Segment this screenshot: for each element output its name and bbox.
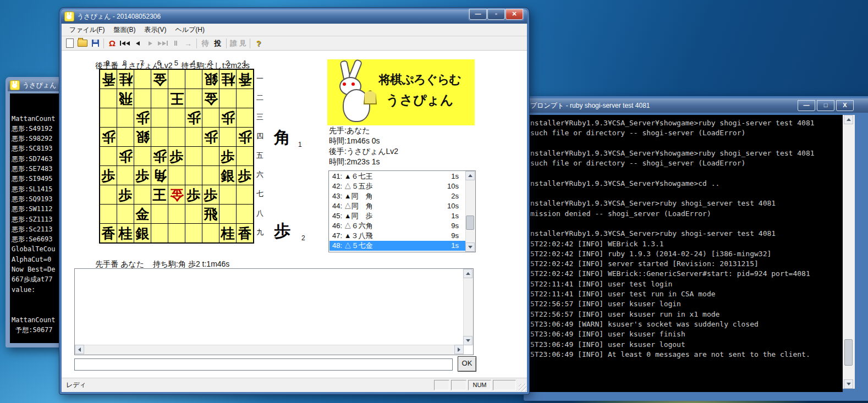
board-cell[interactable]: 銀	[202, 70, 219, 89]
open-file-button[interactable]	[76, 37, 89, 49]
menu-item[interactable]: 表示(V)	[140, 24, 171, 36]
command-input[interactable]	[74, 358, 453, 371]
board-cell[interactable]	[151, 108, 168, 127]
board-cell[interactable]: 歩	[168, 147, 185, 165]
board-cell[interactable]: 王	[168, 89, 185, 108]
board-cell[interactable]: 桂	[219, 224, 236, 242]
board-cell[interactable]	[117, 205, 134, 223]
board-cell[interactable]	[151, 89, 168, 108]
first-move-button[interactable]	[119, 37, 131, 49]
board-cell[interactable]: 歩	[100, 128, 117, 146]
scroll-up-icon[interactable]	[844, 115, 853, 124]
board-cell[interactable]	[100, 205, 117, 223]
message-listbox[interactable]	[74, 268, 474, 355]
ok-button[interactable]: OK	[458, 356, 476, 372]
board-cell[interactable]	[134, 147, 151, 165]
move-row[interactable]: 48: △５七金1s	[329, 241, 465, 251]
board-cell[interactable]	[237, 205, 253, 223]
board-cell[interactable]	[151, 205, 168, 223]
move-list-scrollbar[interactable]	[465, 171, 475, 252]
board-cell[interactable]	[185, 147, 202, 165]
board-cell[interactable]	[134, 89, 151, 108]
maximize-icon[interactable]: ▫	[487, 9, 505, 20]
move-row[interactable]: 47: ▲３八飛9s	[329, 231, 465, 241]
board-cell[interactable]	[202, 166, 219, 185]
board-cell[interactable]: 金	[202, 89, 219, 108]
board-cell[interactable]: 金	[168, 185, 185, 204]
message-hscrollbar[interactable]	[75, 345, 464, 355]
terminal-scrollbar[interactable]	[843, 115, 855, 389]
save-button[interactable]	[89, 37, 101, 49]
board-cell[interactable]: 歩	[219, 147, 236, 165]
board-cell[interactable]	[237, 185, 253, 204]
board-cell[interactable]: 歩	[134, 108, 151, 127]
board-cell[interactable]	[100, 89, 117, 108]
board-cell[interactable]: 歩	[117, 185, 134, 204]
board-cell[interactable]: 歩	[202, 185, 219, 204]
jump-button[interactable]: →	[182, 37, 194, 49]
board-cell[interactable]: 飛	[202, 205, 219, 223]
board-cell[interactable]	[219, 128, 236, 146]
board-cell[interactable]	[168, 224, 185, 242]
move-row[interactable]: 43: ▲同 角2s	[329, 191, 465, 201]
main-titlebar[interactable]: うさぴょん - 201408052306 — ▫ ✕	[61, 9, 528, 24]
board-cell[interactable]: 歩	[117, 147, 134, 165]
board-cell[interactable]	[168, 108, 185, 127]
board-cell[interactable]: 歩	[202, 128, 219, 146]
board-cell[interactable]	[202, 147, 219, 165]
board-cell[interactable]	[185, 70, 202, 89]
board-cell[interactable]: 桂	[117, 70, 134, 89]
board-cell[interactable]: 角	[151, 166, 168, 185]
board-cell[interactable]: 香	[100, 70, 117, 89]
move-list[interactable]: 41: ▲６七王1s42: △５五歩10s43: ▲同 角2s44: △同 角1…	[328, 170, 476, 252]
board-cell[interactable]: 歩	[237, 166, 253, 185]
board-cell[interactable]	[117, 128, 134, 146]
board-cell[interactable]: 桂	[219, 70, 236, 89]
observe-button[interactable]: 誰 見	[229, 37, 248, 49]
undo-button[interactable]: Ω	[106, 37, 118, 49]
board-cell[interactable]	[185, 205, 202, 223]
board-cell[interactable]: 香	[237, 70, 253, 89]
board-cell[interactable]	[168, 166, 185, 185]
board-cell[interactable]	[237, 108, 253, 127]
scroll-down-icon[interactable]	[465, 242, 475, 252]
board-cell[interactable]	[219, 205, 236, 223]
move-row[interactable]: 45: ▲同 歩1s	[329, 211, 465, 221]
board-cell[interactable]	[168, 70, 185, 89]
scroll-up-icon[interactable]	[463, 269, 473, 278]
board-cell[interactable]	[185, 89, 202, 108]
board-cell[interactable]: 歩	[100, 166, 117, 185]
board-cell[interactable]: 歩	[134, 166, 151, 185]
board-cell[interactable]	[202, 108, 219, 127]
scrollbar-thumb[interactable]	[844, 339, 853, 366]
move-row[interactable]: 46: △６六角9s	[329, 221, 465, 231]
board-cell[interactable]	[151, 128, 168, 146]
board-cell[interactable]	[117, 166, 134, 185]
minimize-icon[interactable]: —	[798, 100, 815, 111]
board-cell[interactable]: 香	[100, 224, 117, 242]
board-cell[interactable]	[168, 205, 185, 223]
board-cell[interactable]: 金	[134, 205, 151, 223]
board-cell[interactable]: 歩	[219, 108, 236, 127]
board-cell[interactable]	[100, 147, 117, 165]
board-cell[interactable]	[100, 185, 117, 204]
board-cell[interactable]: 飛	[117, 89, 134, 108]
move-row[interactable]: 41: ▲６七王1s	[329, 172, 465, 181]
prev-move-button[interactable]	[131, 37, 144, 49]
board-cell[interactable]	[117, 108, 134, 127]
board-cell[interactable]	[185, 166, 202, 185]
board-cell[interactable]: 金	[151, 70, 168, 89]
resize-grip[interactable]	[519, 384, 526, 391]
scroll-right-icon[interactable]	[454, 345, 464, 354]
matta-button[interactable]: 待	[199, 37, 211, 49]
scroll-down-icon[interactable]	[463, 336, 473, 345]
move-row[interactable]: 44: △同 角10s	[329, 201, 465, 211]
board-cell[interactable]	[219, 185, 236, 204]
board-cell[interactable]: 歩	[185, 108, 202, 127]
board-cell[interactable]: 歩	[185, 185, 202, 204]
board-cell[interactable]	[237, 147, 253, 165]
board-cell[interactable]	[134, 70, 151, 89]
close-icon[interactable]: ✕	[506, 9, 523, 20]
help-button[interactable]: ?	[252, 37, 265, 49]
maximize-icon[interactable]: □	[817, 100, 834, 111]
